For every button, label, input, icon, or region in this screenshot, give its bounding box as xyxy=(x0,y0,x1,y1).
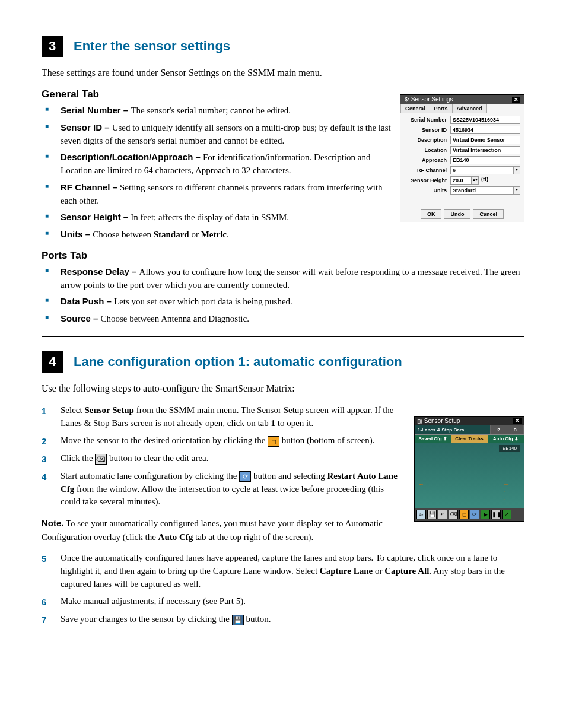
eraser-icon: ⌫ xyxy=(95,454,107,465)
ports-item-source: Source – Choose between Antenna and Diag… xyxy=(42,312,524,326)
clear-tracks-tab[interactable]: Clear Tracks xyxy=(451,435,487,443)
general-item-serial: Serial Number – The sensor's serial numb… xyxy=(42,104,398,117)
general-tab-heading: General Tab xyxy=(42,88,398,100)
location-label: Location xyxy=(404,147,450,153)
section-3-content: General Tab Serial Number – The sensor's… xyxy=(42,88,524,241)
gear-icon: ⚙ xyxy=(404,96,409,103)
close-icon[interactable]: ✕ xyxy=(513,418,522,424)
general-tab-list: Serial Number – The sensor's serial numb… xyxy=(42,104,398,241)
orient-icon: ◻ xyxy=(268,436,279,447)
section-3-header: 3 Enter the sensor settings xyxy=(42,36,524,57)
saved-cfg-tab[interactable]: Saved Cfg ⬆ xyxy=(415,435,451,443)
arrow-icon: ← xyxy=(418,481,424,487)
undo-icon[interactable]: ↶ xyxy=(438,510,447,519)
rf-channel-label: RF Channel xyxy=(404,167,450,173)
arrow-icon: ← xyxy=(503,481,509,487)
tab-lanes[interactable]: 1-Lanes & Stop Bars xyxy=(415,425,491,434)
auto-cfg-icon: ⟳ xyxy=(239,471,251,482)
tab-2[interactable]: 2 xyxy=(491,425,507,434)
general-item-rf: RF Channel – Setting sensors to differen… xyxy=(42,181,398,208)
note-paragraph: Note. To see your automatically configur… xyxy=(42,517,398,543)
ports-tab-list: Response Delay – Allows you to configure… xyxy=(42,265,524,326)
serial-number-label: Serial Number xyxy=(404,117,450,123)
section-4-content: 1Select Sensor Setup from the SSMM main … xyxy=(42,404,524,508)
dropdown-icon[interactable]: ▾ xyxy=(513,166,520,174)
sensor-id-field[interactable]: 4516934 xyxy=(450,126,520,134)
general-item-units: Units – Choose between Standard or Metri… xyxy=(42,228,398,241)
sensor-settings-dialog: ⚙ Sensor Settings ✕ General Ports Advanc… xyxy=(400,94,524,222)
step-5: 5Once the automatically configured lanes… xyxy=(42,552,524,590)
arrow-icon: ← xyxy=(503,496,509,503)
stepper-icon[interactable]: ▴▾ xyxy=(472,176,479,185)
step-number-4: 4 xyxy=(42,351,63,373)
sensor-setup-dialog: ▨ Sensor Setup ✕ 1-Lanes & Stop Bars 2 3… xyxy=(414,416,524,522)
eraser-icon[interactable]: ⌫ xyxy=(449,510,458,519)
step-3: 3Click the ⌫ button to clear the edit ar… xyxy=(42,452,398,465)
dropdown-icon[interactable]: ▾ xyxy=(513,186,520,195)
ports-item-delay: Response Delay – Allows you to configure… xyxy=(42,265,524,292)
dialog2-titlebar: ▨ Sensor Setup ✕ xyxy=(415,417,524,425)
undo-button[interactable]: Undo xyxy=(444,209,470,219)
step-7: 7Save your changes to the sensor by clic… xyxy=(42,613,524,626)
radar-display: EB140 ← ← ← ← xyxy=(415,443,524,508)
approach-badge: EB140 xyxy=(499,445,520,452)
auto-cfg-tab[interactable]: Auto Cfg ⬇ xyxy=(488,435,524,443)
section-divider xyxy=(42,336,524,337)
auto-cfg-icon[interactable]: ⟳ xyxy=(470,510,479,519)
approach-label: Approach xyxy=(404,157,450,163)
general-item-height: Sensor Height – In feet; affects the dis… xyxy=(42,211,398,224)
step-4: 4Start automatic lane configuration by c… xyxy=(42,470,398,508)
auto-config-steps-continued: 5Once the automatically configured lanes… xyxy=(42,552,524,626)
general-item-desc: Description/Location/Approach – For iden… xyxy=(42,151,398,177)
tab-3[interactable]: 3 xyxy=(507,425,524,434)
approach-field[interactable]: EB140 xyxy=(450,156,520,164)
tab-general[interactable]: General xyxy=(400,104,430,113)
section-3-intro: These settings are found under Sensor Se… xyxy=(42,66,524,80)
ok-button[interactable]: OK xyxy=(421,209,442,219)
serial-number-field: SS225V104516934 xyxy=(450,116,520,124)
ports-item-push: Data Push – Lets you set over which port… xyxy=(42,295,524,309)
cancel-button[interactable]: Cancel xyxy=(473,209,504,219)
tab-ports[interactable]: Ports xyxy=(430,104,453,113)
section-3-title: Enter the sensor settings xyxy=(74,39,230,54)
pause-icon[interactable]: ❚❚ xyxy=(491,510,501,519)
units-label: Units xyxy=(404,187,450,193)
save-icon[interactable]: 💾 xyxy=(427,510,437,519)
description-label: Description xyxy=(404,137,450,143)
section-4-title: Lane configuration option 1: automatic c… xyxy=(74,354,402,370)
expand-icon[interactable]: ⤢ xyxy=(502,510,511,519)
dialog-tabs: General Ports Advanced xyxy=(400,104,524,113)
dialog2-subtabs: Saved Cfg ⬆ Clear Tracks Auto Cfg ⬇ xyxy=(415,435,524,443)
ports-tab-heading: Ports Tab xyxy=(42,250,524,262)
close-icon[interactable]: ✕ xyxy=(512,97,520,103)
step-2: 2Move the sensor to the desired orientat… xyxy=(42,434,398,447)
back-icon[interactable]: ⇦ xyxy=(416,510,426,519)
save-icon: 💾 xyxy=(232,615,244,625)
tab-advanced[interactable]: Advanced xyxy=(452,104,487,113)
sensor-height-unit: (ft) xyxy=(479,176,488,185)
description-field[interactable]: Virtual Demo Sensor xyxy=(450,136,520,144)
rf-channel-field[interactable]: 6 xyxy=(450,166,513,174)
section-4-intro: Use the following steps to auto-configur… xyxy=(42,382,524,396)
step-6: 6Make manual adjustments, if necessary (… xyxy=(42,595,524,608)
sensor-height-label: Sensor Height xyxy=(404,177,450,183)
play-icon[interactable]: ▶ xyxy=(481,510,490,519)
section-4-header: 4 Lane configuration option 1: automatic… xyxy=(42,351,524,373)
sensor-height-field[interactable]: 20.0 xyxy=(450,176,472,185)
dialog-titlebar: ⚙ Sensor Settings ✕ xyxy=(400,95,524,104)
units-field[interactable]: Standard xyxy=(450,186,513,195)
orient-icon[interactable]: ◻ xyxy=(459,510,469,519)
step-number-3: 3 xyxy=(42,36,63,57)
arrow-icon: ← xyxy=(503,488,509,495)
sensor-id-label: Sensor ID xyxy=(404,127,450,133)
dialog2-tabs: 1-Lanes & Stop Bars 2 3 xyxy=(415,425,524,435)
general-item-sensorid: Sensor ID – Used to uniquely identify al… xyxy=(42,121,398,148)
auto-config-steps: 1Select Sensor Setup from the SSMM main … xyxy=(42,404,398,508)
dialog2-toolbar: ⇦ 💾 ↶ ⌫ ◻ ⟳ ▶ ❚❚ ⤢ xyxy=(415,508,524,521)
step-1: 1Select Sensor Setup from the SSMM main … xyxy=(42,404,398,430)
location-field[interactable]: Virtual Intersection xyxy=(450,146,520,154)
